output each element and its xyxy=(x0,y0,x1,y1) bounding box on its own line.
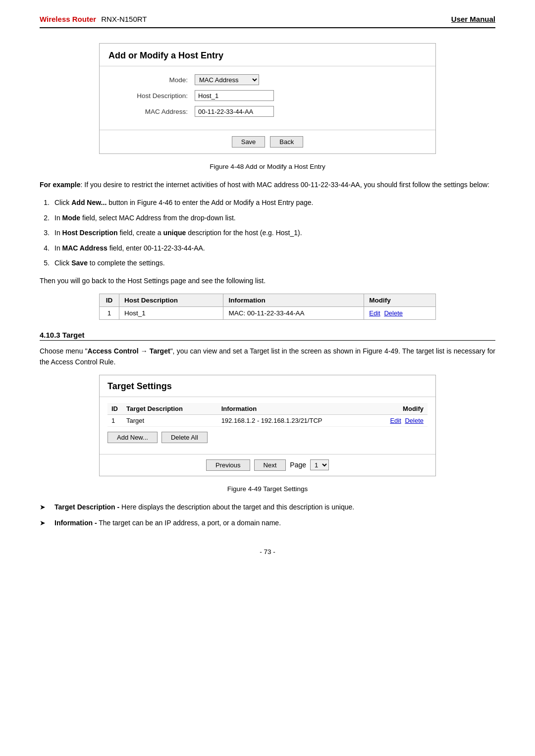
body-paragraph-1: For example: If you desire to restrict t… xyxy=(40,179,495,190)
host-row-modify: Edit Delete xyxy=(364,306,436,319)
step-4: 4. In MAC Address field, enter 00-11-22-… xyxy=(40,243,495,253)
host-table-row: 1 Host_1 MAC: 00-11-22-33-44-AA Edit Del… xyxy=(100,306,436,319)
add-modify-host-panel: Add or Modify a Host Entry Mode: MAC Add… xyxy=(99,43,436,154)
panel-body: Mode: MAC Address Host Description: MAC … xyxy=(100,66,435,130)
host-edit-link[interactable]: Edit xyxy=(369,309,380,317)
target-panel-footer: Previous Next Page 1 xyxy=(100,454,435,476)
mac-row: MAC Address: xyxy=(108,106,427,117)
step-3: 3. In Host Description field, create a u… xyxy=(40,227,495,238)
host-desc-label: Host Description: xyxy=(108,92,188,100)
brand-name: Wireless Router xyxy=(40,15,96,23)
page-header: Wireless Router RNX-N150RT User Manual xyxy=(40,15,495,28)
model-name: RNX-N150RT xyxy=(101,15,147,23)
host-delete-link[interactable]: Delete xyxy=(384,309,403,317)
previous-button[interactable]: Previous xyxy=(206,459,250,471)
bullet-target-desc: ➤ Target Description - Here displays the… xyxy=(40,502,495,512)
back-button[interactable]: Back xyxy=(270,136,303,148)
host-table-wrapper: ID Host Description Information Modify 1… xyxy=(99,294,436,320)
col-host-desc: Host Description xyxy=(119,294,223,306)
mode-row: Mode: MAC Address xyxy=(108,74,427,85)
panel-footer: Save Back xyxy=(100,130,435,153)
host-row-info: MAC: 00-11-22-33-44-AA xyxy=(223,306,364,319)
manual-title: User Manual xyxy=(451,15,495,23)
host-table-header-row: ID Host Description Information Modify xyxy=(100,294,436,306)
header-left: Wireless Router RNX-N150RT xyxy=(40,15,147,23)
delete-all-button[interactable]: Delete All xyxy=(161,432,208,443)
mode-select[interactable]: MAC Address xyxy=(195,74,259,85)
target-btn-row: Add New... Delete All xyxy=(107,432,428,443)
page-select[interactable]: 1 xyxy=(310,459,329,470)
bullet-list: ➤ Target Description - Here displays the… xyxy=(40,502,495,529)
host-row-id: 1 xyxy=(100,306,119,319)
mac-input[interactable] xyxy=(195,106,274,117)
bullet-arrow-1: ➤ xyxy=(40,502,53,512)
figure-49-caption: Figure 4-49 Target Settings xyxy=(40,485,495,493)
mode-label: Mode: xyxy=(108,76,188,84)
target-row-id: 1 xyxy=(107,414,122,426)
section-4-10-3-heading: 4.10.3 Target xyxy=(40,331,495,341)
body-paragraph-2: Then you will go back to the Host Settin… xyxy=(40,275,495,286)
target-table-header-row: ID Target Description Information Modify xyxy=(107,403,428,415)
page-number: - 73 - xyxy=(40,548,495,555)
target-panel-title: Target Settings xyxy=(100,375,435,397)
mac-label: MAC Address: xyxy=(108,108,188,115)
target-col-modify: Modify xyxy=(378,403,428,415)
page-label: Page xyxy=(290,461,306,469)
host-row-desc: Host_1 xyxy=(119,306,223,319)
target-panel-body: ID Target Description Information Modify… xyxy=(100,397,435,454)
target-col-info: Information xyxy=(217,403,378,415)
target-settings-panel: Target Settings ID Target Description In… xyxy=(99,375,436,476)
add-new-button[interactable]: Add New... xyxy=(107,432,158,443)
step-5: 5. Click Save to complete the settings. xyxy=(40,257,495,268)
col-id: ID xyxy=(100,294,119,306)
target-row-desc: Target xyxy=(122,414,217,426)
save-button[interactable]: Save xyxy=(232,136,266,148)
host-desc-input[interactable] xyxy=(195,90,274,101)
target-row-info: 192.168.1.2 - 192.168.1.23/21/TCP xyxy=(217,414,378,426)
bullet-info: ➤ Information - The target can be an IP … xyxy=(40,517,495,528)
target-edit-link[interactable]: Edit xyxy=(390,417,401,424)
panel-title: Add or Modify a Host Entry xyxy=(100,44,435,66)
col-info: Information xyxy=(223,294,364,306)
target-col-desc: Target Description xyxy=(122,403,217,415)
bullet-arrow-2: ➤ xyxy=(40,517,53,528)
step-1: 1. Click Add New... button in Figure 4-4… xyxy=(40,197,495,208)
target-row-modify: Edit Delete xyxy=(378,414,428,426)
next-button[interactable]: Next xyxy=(254,459,286,471)
section-4-10-3-body: Choose menu "Access Control → Target", y… xyxy=(40,346,495,368)
target-col-id: ID xyxy=(107,403,122,415)
target-delete-link[interactable]: Delete xyxy=(405,417,424,424)
target-table: ID Target Description Information Modify… xyxy=(107,403,428,427)
steps-list: 1. Click Add New... button in Figure 4-4… xyxy=(40,197,495,268)
target-table-row: 1 Target 192.168.1.2 - 192.168.1.23/21/T… xyxy=(107,414,428,426)
host-desc-row: Host Description: xyxy=(108,90,427,101)
col-modify: Modify xyxy=(364,294,436,306)
host-table: ID Host Description Information Modify 1… xyxy=(99,294,436,320)
figure-48-caption: Figure 4-48 Add or Modify a Host Entry xyxy=(40,163,495,170)
step-2: 2. In Mode field, select MAC Address fro… xyxy=(40,212,495,223)
